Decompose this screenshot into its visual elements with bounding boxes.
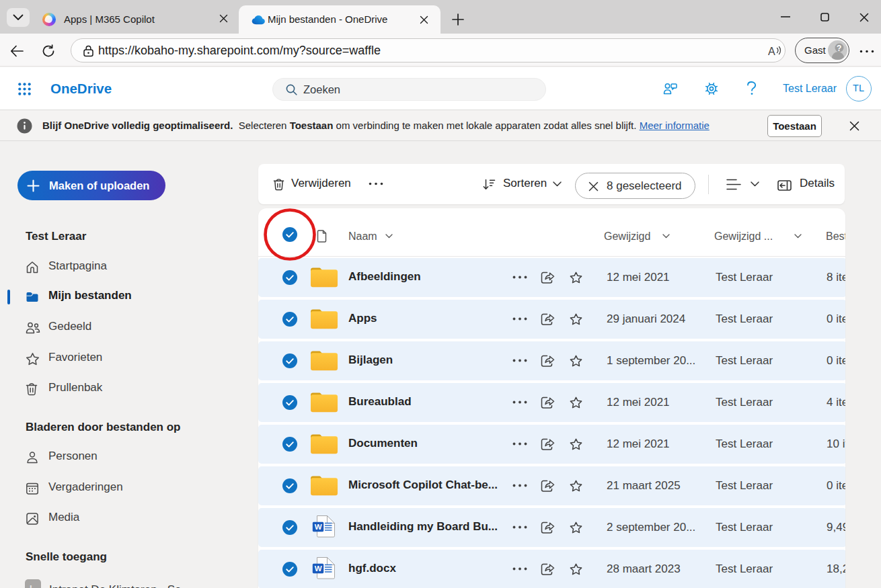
svg-text:W: W	[315, 523, 322, 531]
svg-text:A: A	[768, 46, 775, 57]
svg-text:?: ?	[837, 44, 841, 53]
svg-text:W: W	[315, 564, 322, 573]
